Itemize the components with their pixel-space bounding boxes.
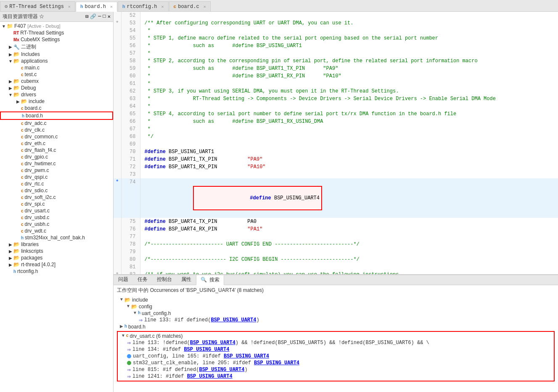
link-editor-icon[interactable]: 🔗 [90,13,96,20]
sidebar-item-applications[interactable]: ▼ 📂 applications [0,58,113,64]
sidebar-item-drv-rtc[interactable]: c drv_rtc.c [0,180,113,187]
line-code[interactable]: * [140,27,558,34]
line-code[interactable]: * STEP 1, define macro define related to… [140,34,558,42]
line-code[interactable]: * such as #define BSP_UART1_RX_USING_DMA [140,118,558,125]
tab-board-h[interactable]: h board.h ✕ [76,2,117,12]
line-code[interactable]: */ [140,133,558,140]
line-code[interactable]: /** After configuring corresponding UART… [140,19,558,27]
line-code[interactable] [140,248,558,256]
sidebar-item-binary[interactable]: ▶ 🔧 二进制 [0,43,113,51]
line-code[interactable]: #define BSP_UART1_RX_PIN "PA10" [140,163,558,171]
sidebar-item-drv-adc[interactable]: c drv_adc.c [0,120,113,127]
sidebar-item-drv-clk[interactable]: c drv_clk.c [0,127,113,133]
tab-search[interactable]: 🔍 搜索 [196,275,224,285]
sidebar-item-drv-usart[interactable]: c drv_usart.c [0,207,113,214]
sidebar-item-libraries[interactable]: ▶ 📂 libraries [0,241,113,248]
line-code[interactable]: * [140,125,558,133]
tab-console[interactable]: 控制台 [152,274,177,285]
search-match-134[interactable]: ⇒ line 134: #ifdef BSP_USING_UART4 [119,346,553,353]
tab-properties[interactable]: 属性 [177,274,196,285]
line-code[interactable]: * STEP 3, if you want using SERIAL DMA, … [140,87,558,95]
tab-close-icon[interactable]: ✕ [204,4,206,9]
line-code[interactable]: * [140,80,558,87]
line-code[interactable]: #define BSP_USING_UART1 [140,148,558,156]
sidebar-item-main-c[interactable]: c main.c [0,64,113,71]
search-include-folder[interactable]: ▼ 📂 include [117,297,555,303]
line-code[interactable]: #define BSP_UART4_RX_PIN "PA1" [140,225,558,233]
search-match-165[interactable]: uart_config, line 165: #ifdef BSP_USING_… [119,353,553,360]
sidebar-item-drv-flash[interactable]: c drv_flash_f4.c [0,147,113,154]
search-match-113[interactable]: ⇒ line 113: !defined(BSP_USING_UART4) &&… [119,339,553,346]
line-number: 70 [121,148,140,156]
line-code[interactable]: #define BSP_UART1_TX_PIN "PA9" [140,156,558,163]
line-code[interactable] [140,171,558,178]
minimize-icon[interactable]: — [98,13,101,20]
search-match-1241[interactable]: ⇒ line 1241: #ifdef BSP_USING_UART4 [119,373,553,380]
search-match-uart-config-133[interactable]: ⇒ line 133: #if defined(BSP_USING_UART4) [117,317,555,323]
line-code[interactable]: * RT-Thread Setting -> Components -> Dev… [140,95,558,103]
sidebar-item-includes[interactable]: ▶ 📂 Includes [0,51,113,58]
sidebar-item-drv-pwm[interactable]: c drv_pwm.c [0,167,113,174]
sidebar-item-f407[interactable]: ▼ 📁 F407 [Active - Debug] [0,23,113,29]
line-code[interactable]: * [140,50,558,57]
tab-close-icon[interactable]: ✕ [68,4,71,9]
sidebar-item-drv-usbd[interactable]: c drv_usbd.c [0,214,113,221]
line-code[interactable]: /*------------------------- I2C CONFIG B… [140,256,558,263]
sidebar-item-cubemx-folder[interactable]: ▶ 📂 cubemx [0,78,113,85]
search-match-205[interactable]: stm32_uart_clk_enable, line 205: #ifdef … [119,360,553,366]
sidebar-item-board-c[interactable]: c board.c [0,105,113,111]
sidebar-item-rt-thread-settings[interactable]: RT RT-Thread Settings [0,29,113,36]
search-config-folder[interactable]: ▼ 📂 config [117,303,555,310]
code-container[interactable]: 52 ◈ 53 /** After configuring correspond… [114,12,558,274]
sidebar-item-test-c[interactable]: c test.c [0,71,113,78]
sidebar-item-drv-wdt[interactable]: c drv_wdt.c [0,228,113,234]
maximize-icon[interactable]: □ [103,13,106,20]
sidebar-item-rt-thread-folder[interactable]: ▶ 📂 rt-thread [4.0.2] [0,261,113,268]
sidebar-item-drv-common[interactable]: c drv_common.c [0,133,113,140]
sidebar-item-drv-gpio[interactable]: c drv_gpio.c [0,154,113,160]
sidebar-item-packages[interactable]: ▶ 📂 packages [0,254,113,261]
line-code[interactable]: /*------------------------ UART CONFIG E… [140,241,558,248]
sidebar-item-include[interactable]: ▶ 📂 include [0,98,113,105]
search-drv-usart-c[interactable]: ▼ c drv_usart.c (6 matches) [119,333,553,339]
sidebar-item-drv-eth[interactable]: c drv_eth.c [0,140,113,147]
sidebar-item-stm32-hal[interactable]: h stm32f4xx_hal_conf_bak.h [0,234,113,241]
tab-board-c[interactable]: c board.c ✕ [169,1,211,11]
search-match-815[interactable]: ⇒ line 815: #if defined(BSP_USING_UART4) [119,366,553,373]
sidebar-item-cubemx[interactable]: Mx CubeMX Settings [0,36,113,43]
line-code[interactable]: * [140,103,558,110]
collapse-all-icon[interactable]: ⊟ [85,13,88,20]
search-board-h[interactable]: ▶ h board.h [117,323,555,330]
sidebar-item-debug[interactable]: ▶ 📂 Debug [0,85,113,91]
line-code[interactable]: * STEP 2, according to the corresponding… [140,57,558,65]
line-code[interactable]: * such as #define BSP_USING_UART1 [140,42,558,50]
tab-tasks[interactable]: 任务 [133,274,152,285]
line-code[interactable]: /** if you want to use i2c bus(soft simu… [140,271,558,274]
line-code[interactable]: #define BSP_USING_UART4 [140,178,558,218]
search-uart-config-h[interactable]: ▼ h uart_config.h [117,310,555,317]
sidebar-item-drv-usbh[interactable]: c drv_usbh.c [0,221,113,228]
sidebar-item-board-h[interactable]: h board.h [0,111,113,120]
sidebar-item-drv-qspi[interactable]: c drv_qspi.c [0,174,113,180]
tab-problems[interactable]: 问题 [114,274,133,285]
line-code[interactable]: #define BSP_UART4_TX_PIN PA0 [140,218,558,225]
sidebar-item-drivers[interactable]: ▼ 📂 drivers [0,91,113,98]
sidebar-item-rtconfig-h[interactable]: h rtconfig.h [0,268,113,275]
tab-close-icon[interactable]: ✕ [110,4,113,9]
sidebar-item-drv-hwtimer[interactable]: c drv_hwtimer.c [0,160,113,167]
line-code[interactable] [140,263,558,271]
line-code[interactable] [140,233,558,241]
tab-rtconfig-h[interactable]: h rtconfig.h ✕ [118,1,169,11]
line-code[interactable]: * STEP 4, according to serial port numbe… [140,110,558,118]
sidebar-item-drv-sdio[interactable]: c drv_sdio.c [0,187,113,194]
tab-close-icon[interactable]: ✕ [161,4,164,9]
line-code[interactable]: * #define BSP_UART1_RX_PIN "PA10" [140,72,558,80]
line-code[interactable]: * such as #define BSP_UART1_TX_PIN "PA9" [140,65,558,72]
line-code[interactable] [140,140,558,148]
close-sidebar-icon[interactable]: ✕ [108,13,111,20]
sidebar-item-drv-soft-i2c[interactable]: c drv_soft_i2c.c [0,194,113,201]
line-code[interactable] [140,12,558,19]
sidebar-item-drv-spi[interactable]: c drv_spi.c [0,201,113,207]
sidebar-item-linkscripts[interactable]: ▶ 📂 linkscripts [0,248,113,254]
tab-rt-thread-settings[interactable]: ⚙ RT-Thread Settings ✕ [0,1,75,11]
